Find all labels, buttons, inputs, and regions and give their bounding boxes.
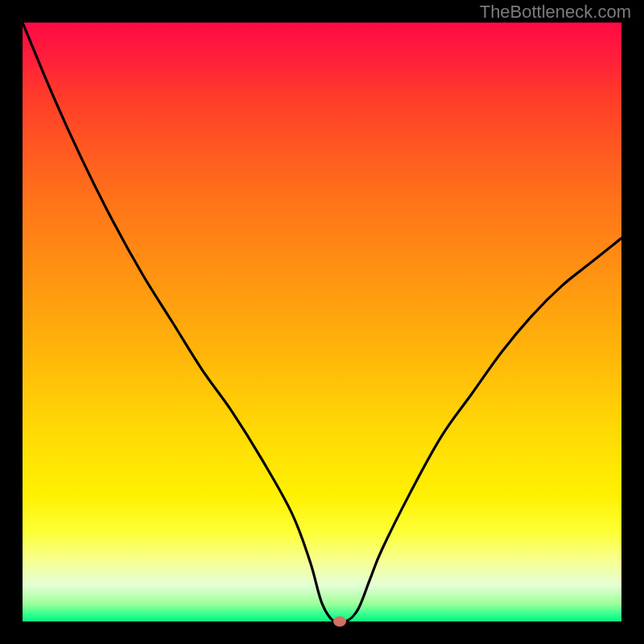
watermark-text: TheBottleneck.com <box>480 2 631 23</box>
chart-frame: TheBottleneck.com <box>0 0 644 644</box>
plot-area <box>23 23 621 621</box>
bottleneck-curve <box>23 23 621 621</box>
optimal-point-marker <box>333 617 346 627</box>
